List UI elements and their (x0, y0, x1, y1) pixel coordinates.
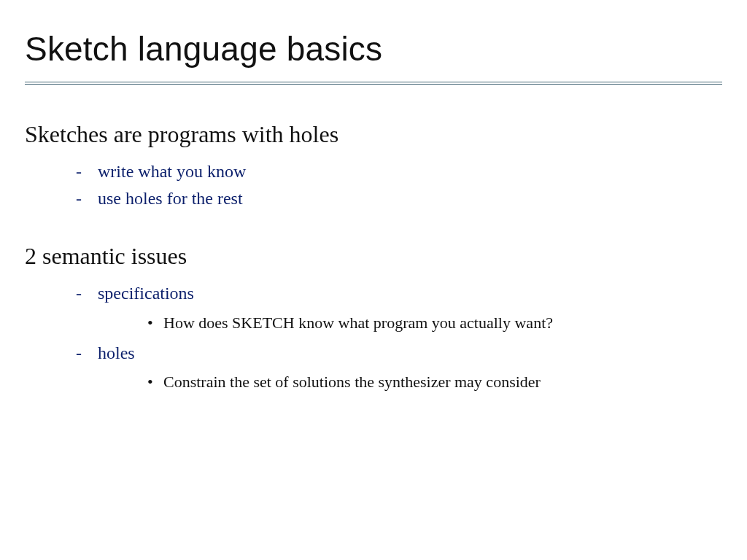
section-list: write what you know use holes for the re… (76, 158, 722, 212)
sub-list-item-text: Constrain the set of solutions the synth… (163, 373, 541, 391)
title-divider (25, 82, 722, 85)
list-item: specifications How does SKETCH know what… (76, 280, 722, 335)
sub-list-item: Constrain the set of solutions the synth… (147, 370, 722, 394)
sub-list: How does SKETCH know what program you ac… (147, 311, 722, 335)
slide-title: Sketch language basics (25, 29, 722, 69)
sub-list: Constrain the set of solutions the synth… (147, 370, 722, 394)
section-list: specifications How does SKETCH know what… (76, 280, 722, 394)
slide: Sketch language basics Sketches are prog… (0, 0, 747, 560)
list-item: holes Constrain the set of solutions the… (76, 340, 722, 394)
list-item-text: holes (98, 343, 135, 362)
list-item: use holes for the rest (76, 185, 722, 212)
list-item-text: use holes for the rest (98, 189, 243, 208)
sub-list-item: How does SKETCH know what program you ac… (147, 311, 722, 335)
section-1: Sketches are programs with holes write w… (25, 121, 722, 212)
section-2: 2 semantic issues specifications How doe… (25, 243, 722, 394)
sub-list-item-text: How does SKETCH know what program you ac… (163, 314, 553, 332)
section-heading: Sketches are programs with holes (25, 121, 722, 148)
list-item: write what you know (76, 158, 722, 185)
section-heading: 2 semantic issues (25, 243, 722, 270)
list-item-text: specifications (98, 284, 194, 303)
list-item-text: write what you know (98, 162, 246, 181)
